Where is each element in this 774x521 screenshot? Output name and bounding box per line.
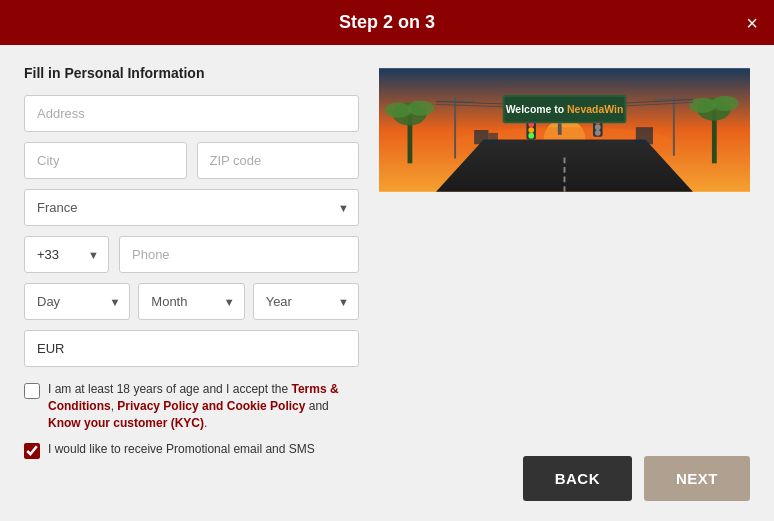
zip-input[interactable] — [197, 142, 360, 179]
svg-rect-29 — [474, 130, 488, 144]
date-row: Day 1234 5678 9101520 2531 ▼ Month Janua… — [24, 283, 359, 320]
country-select[interactable]: France Germany Spain Italy United Kingdo… — [24, 189, 359, 226]
close-button[interactable]: × — [746, 13, 758, 33]
svg-text:Welcome to NevadaWin: Welcome to NevadaWin — [506, 104, 624, 115]
terms-checkbox[interactable] — [24, 383, 40, 399]
svg-point-20 — [528, 133, 534, 139]
svg-point-12 — [712, 96, 739, 111]
step-title: Step 2 on 3 — [339, 12, 435, 32]
promo-checkbox-row: I would like to receive Promotional emai… — [24, 441, 359, 459]
promo-svg: Welcome to NevadaWin — [379, 65, 750, 195]
year-select[interactable]: Year 200520001995 199019851980 — [253, 283, 359, 320]
svg-point-8 — [408, 101, 435, 116]
svg-rect-28 — [558, 123, 562, 134]
day-select-wrapper: Day 1234 5678 9101520 2531 ▼ — [24, 283, 130, 320]
terms-checkbox-row: I am at least 18 years of age and I acce… — [24, 381, 359, 431]
section-title: Fill in Personal Information — [24, 65, 359, 81]
promo-image: Welcome to NevadaWin — [379, 65, 750, 195]
promo-checkbox[interactable] — [24, 443, 40, 459]
privacy-policy-link[interactable]: Privacy Policy and Cookie Policy — [117, 399, 305, 413]
month-select-wrapper: Month JanuaryFebruaryMarch AprilMayJune … — [138, 283, 244, 320]
back-button[interactable]: BACK — [523, 456, 632, 501]
svg-point-23 — [595, 124, 601, 130]
address-group — [24, 95, 359, 132]
phone-code-wrapper: +33 +44 +49 +34 +39 ▼ — [24, 236, 109, 273]
svg-point-7 — [385, 102, 412, 117]
phone-input[interactable] — [119, 236, 359, 273]
country-group: France Germany Spain Italy United Kingdo… — [24, 189, 359, 226]
phone-code-select[interactable]: +33 +44 +49 +34 +39 — [24, 236, 109, 273]
city-input[interactable] — [24, 142, 187, 179]
city-zip-row — [24, 142, 359, 179]
svg-rect-30 — [636, 127, 653, 144]
svg-point-11 — [689, 98, 716, 113]
modal-header: Step 2 on 3 × — [0, 0, 774, 45]
promo-label: I would like to receive Promotional emai… — [48, 441, 315, 458]
modal-content: Fill in Personal Information France Germ… — [0, 45, 774, 521]
country-select-wrapper: France Germany Spain Italy United Kingdo… — [24, 189, 359, 226]
currency-group — [24, 330, 359, 367]
right-panel: Welcome to NevadaWin BACK NEXT — [379, 65, 750, 501]
svg-rect-31 — [488, 133, 498, 144]
currency-input[interactable] — [24, 330, 359, 367]
form-panel: Fill in Personal Information France Germ… — [24, 65, 359, 501]
month-select[interactable]: Month JanuaryFebruaryMarch AprilMayJune … — [138, 283, 244, 320]
address-input[interactable] — [24, 95, 359, 132]
checkbox-group: I am at least 18 years of age and I acce… — [24, 381, 359, 459]
kyc-link[interactable]: Know your customer (KYC) — [48, 416, 204, 430]
terms-label: I am at least 18 years of age and I acce… — [48, 381, 359, 431]
phone-row: +33 +44 +49 +34 +39 ▼ — [24, 236, 359, 273]
day-select[interactable]: Day 1234 5678 9101520 2531 — [24, 283, 130, 320]
year-select-wrapper: Year 200520001995 199019851980 ▼ — [253, 283, 359, 320]
svg-point-19 — [528, 127, 534, 133]
svg-point-24 — [595, 130, 601, 136]
button-row: BACK NEXT — [379, 446, 750, 501]
next-button[interactable]: NEXT — [644, 456, 750, 501]
